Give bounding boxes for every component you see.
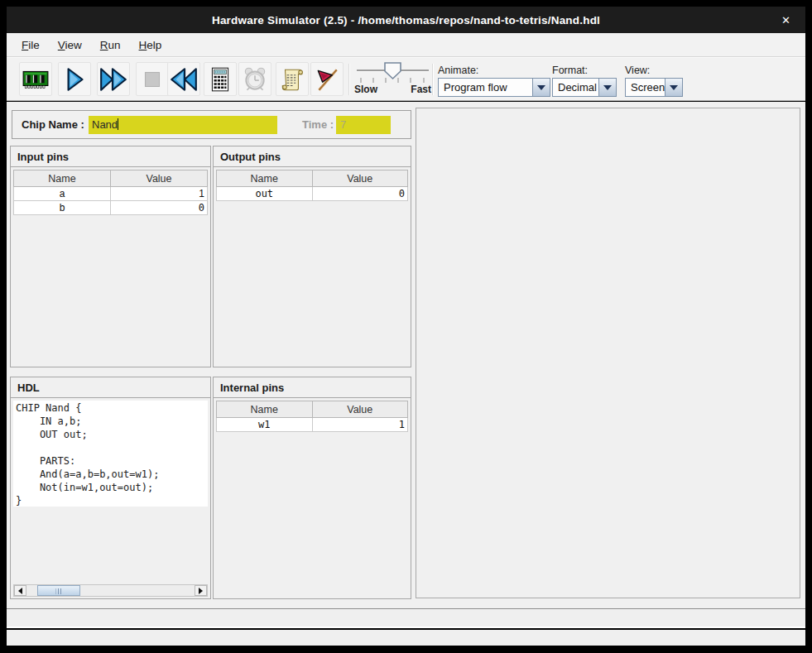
menu-view[interactable]: View bbox=[58, 39, 82, 51]
title-bar: Hardware Simulator (2.5) - /home/thomas/… bbox=[7, 7, 805, 33]
hdl-code: CHIP Nand { IN a,b; OUT out; PARTS: And(… bbox=[13, 401, 208, 507]
scrollbar-track[interactable] bbox=[26, 585, 195, 596]
status-bar bbox=[7, 608, 805, 628]
column-header-value: Value bbox=[111, 170, 208, 187]
internal-pins-title: Internal pins bbox=[214, 377, 411, 398]
time-field: 7 bbox=[336, 116, 391, 134]
view-group: View: Screen bbox=[625, 65, 683, 97]
table-row: b 0 bbox=[14, 201, 208, 215]
output-pins-panel: Output pins Name Value out 0 bbox=[213, 146, 411, 367]
format-value: Decimal bbox=[553, 79, 598, 96]
clock-icon bbox=[241, 65, 269, 94]
internal-pins-table: Name Value w1 1 bbox=[216, 401, 408, 432]
scroll-left-button[interactable] bbox=[14, 585, 26, 596]
time-label: Time : bbox=[302, 118, 334, 131]
animate-group: Animate: Program flow bbox=[438, 65, 550, 97]
flag-icon bbox=[313, 65, 341, 94]
animate-label: Animate: bbox=[438, 65, 550, 76]
scroll-right-icon bbox=[199, 588, 203, 594]
pin-name: a bbox=[14, 187, 111, 201]
table-row: w1 1 bbox=[217, 418, 408, 432]
single-step-icon bbox=[60, 65, 89, 94]
slider-slow-label: Slow bbox=[354, 84, 377, 95]
flag-button[interactable] bbox=[310, 62, 344, 96]
pin-value[interactable]: 0 bbox=[111, 201, 208, 215]
output-pins-title: Output pins bbox=[214, 146, 411, 167]
slider-fast-label: Fast bbox=[411, 84, 431, 95]
scrollbar-grip bbox=[56, 588, 62, 594]
screen-view-panel bbox=[416, 108, 800, 598]
input-pins-title: Input pins bbox=[11, 146, 210, 167]
format-select[interactable]: Decimal bbox=[552, 78, 617, 97]
format-group: Format: Decimal bbox=[552, 65, 617, 97]
menu-file[interactable]: File bbox=[22, 39, 40, 51]
calculator-icon bbox=[206, 65, 234, 94]
animate-value: Program flow bbox=[439, 79, 532, 96]
pin-value: 1 bbox=[312, 418, 408, 432]
pin-value: 0 bbox=[312, 187, 408, 201]
toolbar: Slow Fast Animate: Program flow Format: … bbox=[7, 57, 805, 101]
window-footer bbox=[7, 630, 805, 646]
hdl-horizontal-scrollbar[interactable] bbox=[13, 584, 208, 597]
clock-button bbox=[238, 62, 271, 96]
stop-button[interactable] bbox=[136, 62, 169, 96]
scrollbar-thumb[interactable] bbox=[37, 585, 80, 596]
table-row: out 0 bbox=[217, 187, 408, 201]
menu-run[interactable]: Run bbox=[100, 39, 121, 51]
output-pins-table: Name Value out 0 bbox=[216, 170, 408, 201]
column-header-name: Name bbox=[217, 170, 313, 187]
column-header-name: Name bbox=[14, 170, 111, 187]
scroll-left-icon bbox=[18, 588, 22, 594]
stop-icon bbox=[138, 65, 166, 94]
load-chip-icon bbox=[22, 65, 50, 94]
view-label: View: bbox=[625, 65, 683, 76]
chevron-down-icon[interactable] bbox=[665, 79, 682, 96]
close-icon[interactable]: ✕ bbox=[781, 7, 790, 33]
internal-pins-panel: Internal pins Name Value w1 1 bbox=[213, 377, 411, 599]
run-icon bbox=[98, 65, 128, 94]
chip-name-bar: Chip Name : Nand Time : 7 bbox=[12, 110, 411, 139]
chevron-down-icon[interactable] bbox=[532, 79, 550, 96]
hdl-panel: HDL CHIP Nand { IN a,b; OUT out; PARTS: … bbox=[10, 377, 211, 599]
speed-slider-thumb bbox=[385, 63, 401, 79]
chip-name-label: Chip Name : bbox=[22, 118, 84, 131]
single-step-button[interactable] bbox=[58, 62, 91, 96]
view-select[interactable]: Screen bbox=[625, 78, 683, 97]
toolbar-separator bbox=[432, 64, 433, 95]
reset-button[interactable] bbox=[167, 62, 200, 96]
menu-bar: File View Run Help bbox=[7, 33, 805, 57]
format-label: Format: bbox=[552, 65, 617, 76]
speed-slider[interactable]: Slow Fast bbox=[354, 61, 431, 98]
run-button[interactable] bbox=[97, 62, 130, 96]
pin-name: out bbox=[217, 187, 313, 201]
pin-name: b bbox=[14, 201, 111, 215]
reset-icon bbox=[169, 65, 199, 94]
hardware-simulator-window: Hardware Simulator (2.5) - /home/thomas/… bbox=[0, 0, 812, 653]
load-chip-button[interactable] bbox=[19, 62, 52, 96]
column-header-name: Name bbox=[217, 401, 313, 418]
menu-help[interactable]: Help bbox=[139, 39, 162, 51]
column-header-value: Value bbox=[312, 401, 408, 418]
hdl-title: HDL bbox=[11, 377, 210, 398]
text-caret bbox=[118, 118, 118, 130]
window-title: Hardware Simulator (2.5) - /home/thomas/… bbox=[212, 14, 600, 26]
main-area: Chip Name : Nand Time : 7 Input pins Nam… bbox=[7, 102, 805, 608]
table-row: a 1 bbox=[14, 187, 208, 201]
input-pins-table: Name Value a 1 b 0 bbox=[13, 170, 208, 215]
chevron-down-icon[interactable] bbox=[598, 79, 616, 96]
column-header-value: Value bbox=[312, 170, 408, 187]
evaluate-button[interactable] bbox=[204, 62, 237, 96]
script-icon bbox=[278, 65, 306, 94]
input-pins-panel: Input pins Name Value a 1 b 0 bbox=[10, 146, 211, 367]
view-value: Screen bbox=[626, 79, 665, 96]
pin-value[interactable]: 1 bbox=[111, 187, 208, 201]
animate-select[interactable]: Program flow bbox=[438, 78, 550, 97]
scroll-right-button[interactable] bbox=[195, 585, 207, 596]
toolbar-separator bbox=[348, 64, 349, 95]
chip-name-input[interactable]: Nand bbox=[89, 116, 277, 134]
speed-slider-track bbox=[354, 61, 431, 86]
pin-name: w1 bbox=[217, 418, 313, 432]
view-hdl-button[interactable] bbox=[276, 62, 309, 96]
